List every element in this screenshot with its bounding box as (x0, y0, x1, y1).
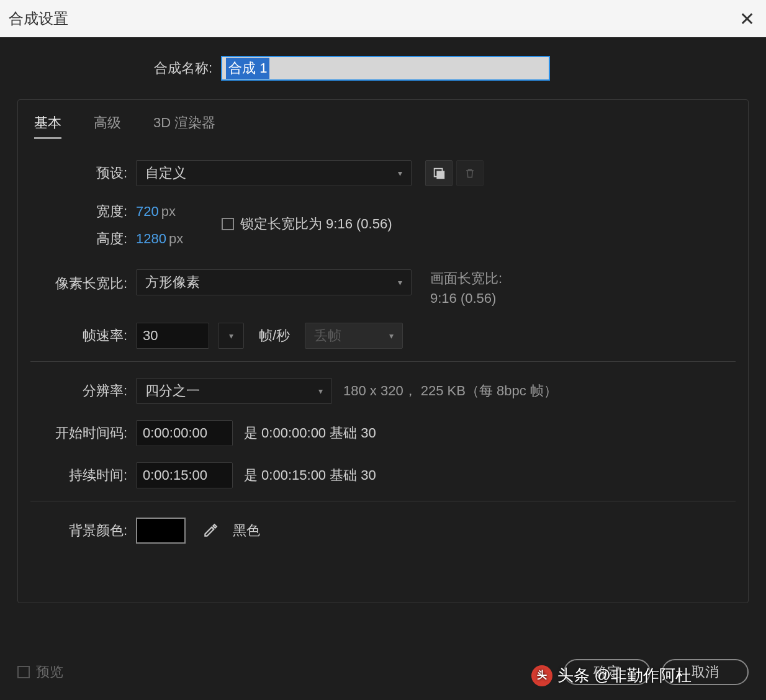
framerate-label: 帧速率: (30, 326, 136, 345)
width-unit: px (161, 204, 176, 220)
framerate-input[interactable] (136, 323, 209, 349)
pixel-aspect-select[interactable]: 方形像素 ▾ (136, 269, 412, 295)
save-icon (432, 166, 446, 180)
watermark-text: @非勤作阿杜 (595, 665, 692, 686)
comp-name-label: 合成名称: (154, 59, 212, 78)
divider (30, 361, 736, 362)
chevron-down-icon: ▾ (318, 386, 323, 396)
duration-input[interactable] (136, 462, 233, 488)
start-tc-info: 是 0:00:00:00 基础 30 (244, 424, 376, 442)
chevron-down-icon: ▾ (389, 331, 394, 341)
eyedropper-button[interactable] (197, 518, 224, 544)
dropframe-select: 丢帧 ▾ (305, 323, 403, 349)
titlebar: 合成设置 ✕ (0, 0, 766, 37)
tab-advanced[interactable]: 高级 (94, 114, 121, 139)
comp-name-input[interactable]: 合成 1 (221, 56, 550, 81)
pixel-aspect-label: 像素长宽比: (30, 269, 136, 293)
bgcolor-label: 背景颜色: (30, 521, 136, 540)
start-tc-label: 开始时间码: (30, 424, 136, 442)
bgcolor-name: 黑色 (233, 521, 260, 540)
trash-icon (464, 166, 476, 180)
tab-basic[interactable]: 基本 (34, 114, 61, 139)
width-input[interactable]: 720 (136, 204, 159, 220)
resolution-info: 180 x 320， 225 KB（每 8bpc 帧） (343, 382, 557, 400)
resolution-label: 分辨率: (30, 382, 136, 400)
watermark: 头 头条 @非勤作阿杜 (531, 665, 692, 686)
svg-rect-1 (436, 171, 444, 179)
lock-aspect-label: 锁定长宽比为 9:16 (0.56) (240, 215, 392, 233)
chevron-down-icon: ▾ (229, 331, 233, 341)
settings-panel: 基本 高级 3D 渲染器 预设: 自定义 ▾ 宽度: 720 px (17, 99, 749, 603)
framerate-unit: 帧/秒 (259, 326, 290, 345)
divider (30, 501, 736, 501)
framerate-dropdown[interactable]: ▾ (218, 323, 244, 349)
height-unit: px (169, 231, 183, 247)
save-preset-button[interactable] (425, 160, 453, 186)
delete-preset-button[interactable] (456, 160, 484, 186)
tab-bar: 基本 高级 3D 渲染器 (30, 114, 736, 139)
duration-label: 持续时间: (30, 466, 136, 485)
height-label: 高度: (30, 230, 136, 248)
height-input[interactable]: 1280 (136, 231, 166, 247)
resolution-select[interactable]: 四分之一 ▾ (136, 378, 332, 404)
chevron-down-icon: ▾ (398, 277, 402, 287)
lock-aspect-checkbox[interactable] (222, 218, 234, 230)
watermark-prefix: 头条 (557, 665, 590, 686)
watermark-logo-icon: 头 (531, 665, 552, 686)
chevron-down-icon: ▾ (398, 168, 402, 178)
tab-renderer[interactable]: 3D 渲染器 (153, 114, 215, 139)
dialog-title: 合成设置 (9, 9, 68, 29)
preview-checkbox[interactable] (17, 666, 30, 678)
frame-aspect-label: 画面长宽比: (430, 269, 502, 288)
preview-label: 预览 (36, 663, 63, 681)
comp-name-value: 合成 1 (226, 58, 269, 79)
close-icon[interactable]: ✕ (739, 8, 755, 30)
eyedropper-icon (202, 523, 219, 539)
bgcolor-swatch[interactable] (136, 518, 186, 544)
preset-select[interactable]: 自定义 ▾ (136, 160, 412, 186)
preset-label: 预设: (30, 164, 136, 182)
duration-info: 是 0:00:15:00 基础 30 (244, 466, 376, 485)
comp-name-row: 合成名称: 合成 1 (17, 56, 749, 81)
start-tc-input[interactable] (136, 420, 233, 446)
frame-aspect-value: 9:16 (0.56) (430, 290, 502, 307)
width-label: 宽度: (30, 202, 136, 221)
